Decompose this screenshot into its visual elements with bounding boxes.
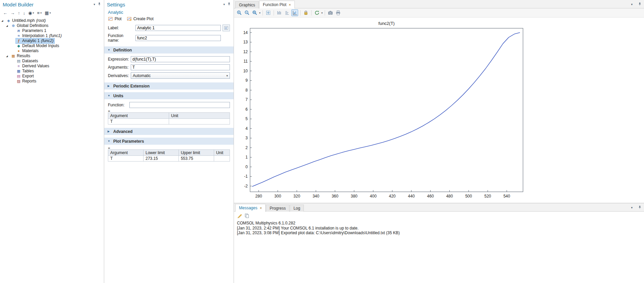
label-field-row: Label: xyxy=(104,24,234,32)
section-definition[interactable]: ▼ Definition xyxy=(104,46,234,54)
show-axes-button-active[interactable] xyxy=(291,9,298,16)
panel-menu-icon[interactable]: ▾ xyxy=(631,3,633,6)
tree-item-derived-values[interactable]: ≡Derived Values xyxy=(0,64,104,69)
plot-canvas[interactable]: func2(T)28030032034036038040042044046048… xyxy=(234,17,644,203)
graphics-area: Graphics Function Plot × ▾ ▾ xyxy=(234,0,644,283)
pin-icon[interactable] xyxy=(638,205,642,210)
plot-button[interactable]: Plot xyxy=(108,16,122,21)
table-marker-icon[interactable]: ▸▸ xyxy=(108,147,110,149)
collapse-expand-button[interactable]: ≡▾ xyxy=(37,10,42,15)
zoom-out-button[interactable] xyxy=(244,9,250,16)
tree-item-materials[interactable]: ●Materials xyxy=(0,48,104,54)
tree-item-results[interactable]: ◢ ▦Results xyxy=(0,54,104,59)
close-tab-icon[interactable]: × xyxy=(289,3,291,7)
message-line: [Jan 31, 2023, 3:08 PM] Exported plot da… xyxy=(237,231,641,236)
zoom-extents-icon xyxy=(266,10,271,15)
tab-log[interactable]: Log xyxy=(290,205,304,212)
function-name-input[interactable] xyxy=(135,35,221,41)
tree-item-root[interactable]: ◢ ◈Untitled.mph(root) xyxy=(0,18,104,23)
model-file-icon: ◈ xyxy=(6,18,11,23)
zoom-in-button[interactable] xyxy=(236,9,243,16)
svg-text:0: 0 xyxy=(245,165,248,169)
image-snapshot-button[interactable] xyxy=(327,9,334,16)
tree-item-analytic-1[interactable]: ƒAnalytic 1(func2) xyxy=(0,38,104,43)
chevron-down-icon[interactable]: ▾ xyxy=(321,11,323,14)
messages-toolbar xyxy=(234,212,644,220)
tree-item-parameters-1[interactable]: πParameters 1 xyxy=(0,28,104,33)
graphics-toolbar: ▾ ▾ xyxy=(234,8,644,17)
print-button[interactable] xyxy=(335,9,341,16)
tree-item-reports[interactable]: ▨Reports xyxy=(0,79,104,84)
tree-item-default-model-inputs[interactable]: ◆Default Model Inputs xyxy=(0,43,104,48)
svg-text:11: 11 xyxy=(244,59,248,64)
section-advanced[interactable]: ▶ Advanced xyxy=(104,128,234,135)
units-table-row: T xyxy=(108,119,230,125)
pin-icon[interactable] xyxy=(97,2,101,7)
zoom-extents-button[interactable] xyxy=(265,9,272,16)
tab-strip-controls: ▾ xyxy=(629,2,642,7)
rename-label-button[interactable] xyxy=(223,25,230,31)
copy-button[interactable] xyxy=(244,213,249,218)
tree-item-global-definitions[interactable]: ◢ ⊕Global Definitions xyxy=(0,23,104,28)
show-legends-button[interactable] xyxy=(284,9,290,16)
pin-icon[interactable] xyxy=(638,2,642,7)
table-marker-icon[interactable]: ▸▸ xyxy=(108,110,110,112)
clear-messages-button[interactable] xyxy=(237,213,242,218)
label-input[interactable] xyxy=(135,25,221,31)
units-function-input[interactable] xyxy=(129,102,230,108)
node-options-button[interactable]: ▦▾ xyxy=(45,10,51,15)
derivatives-select[interactable]: Automatic ▾ xyxy=(131,72,230,79)
svg-text:-2: -2 xyxy=(244,184,248,188)
pin-icon[interactable] xyxy=(227,2,231,7)
units-argument-cell[interactable]: T xyxy=(108,119,169,125)
arguments-label: Arguments: xyxy=(108,65,131,70)
tree-item-datasets[interactable]: ▤Datasets xyxy=(0,59,104,64)
panel-menu-icon[interactable]: ▾ xyxy=(223,3,225,6)
svg-text:320: 320 xyxy=(293,194,300,199)
units-unit-cell[interactable] xyxy=(169,119,230,125)
update-plot-button[interactable] xyxy=(314,9,320,16)
refresh-icon xyxy=(314,10,320,15)
go-forward-button[interactable]: → xyxy=(10,10,15,15)
function-plot-chart[interactable]: func2(T)28030032034036038040042044046048… xyxy=(235,20,528,203)
tree-item-export[interactable]: ▤Export xyxy=(0,74,104,79)
chevron-down-icon[interactable]: ▾ xyxy=(259,11,260,14)
create-plot-button[interactable]: Create Plot xyxy=(127,16,154,21)
tab-function-plot[interactable]: Function Plot × xyxy=(259,1,294,8)
move-down-button[interactable]: ↓ xyxy=(23,10,26,15)
pp-lower-limit-cell[interactable]: 273.15 xyxy=(143,156,178,162)
tree-item-label: Global Definitions xyxy=(17,23,48,28)
section-expanded-icon: ▼ xyxy=(108,140,111,143)
arguments-input[interactable] xyxy=(131,64,230,70)
panel-menu-icon[interactable]: ▾ xyxy=(631,206,633,209)
tree-item-label: Parameters 1 xyxy=(22,28,46,33)
toolbar-separator xyxy=(311,10,312,15)
axis-limits-button[interactable] xyxy=(276,9,283,16)
close-tab-icon[interactable]: × xyxy=(260,206,262,210)
tree-item-tables[interactable]: ▦Tables xyxy=(0,69,104,74)
pp-upper-limit-cell[interactable]: 553.75 xyxy=(178,156,214,162)
move-up-button[interactable]: ↑ xyxy=(18,10,20,15)
tree-item-interpolation-1[interactable]: ≈Interpolation 1(func1) xyxy=(0,33,104,38)
tab-progress[interactable]: Progress xyxy=(266,205,289,212)
show-button[interactable]: ◉▾ xyxy=(28,10,34,15)
pp-unit-cell[interactable] xyxy=(214,156,230,162)
units-table-wrap: ▸▸ Argument Unit T xyxy=(108,112,230,125)
tab-graphics[interactable]: Graphics xyxy=(235,1,259,8)
panel-menu-icon[interactable]: ▾ xyxy=(93,3,95,6)
section-periodic-extension[interactable]: ▶ Periodic Extension xyxy=(104,82,234,90)
tab-messages[interactable]: Messages × xyxy=(235,204,266,212)
model-builder-panel: Model Builder ▾ ← → ↑ ↓ ◉▾ ≡▾ ▦▾ ◢ ◈Unti… xyxy=(0,0,104,283)
go-back-button[interactable]: ← xyxy=(3,10,7,15)
lock-axes-button[interactable] xyxy=(303,9,309,16)
section-units[interactable]: ▼ Units xyxy=(104,92,234,99)
expand-twisty-icon[interactable]: ◢ xyxy=(6,54,10,59)
messages-log: COMSOL Multiphysics 6.1.0.282 [Jan 31, 2… xyxy=(234,220,644,236)
expand-twisty-icon[interactable]: ◢ xyxy=(1,18,5,23)
expression-input[interactable] xyxy=(131,56,230,62)
zoom-box-button[interactable] xyxy=(251,9,258,16)
zoom-out-icon xyxy=(244,10,250,15)
expand-twisty-icon[interactable]: ◢ xyxy=(6,23,10,28)
section-plot-parameters[interactable]: ▼ Plot Parameters xyxy=(104,138,234,145)
pp-argument-cell[interactable]: T xyxy=(108,156,144,162)
